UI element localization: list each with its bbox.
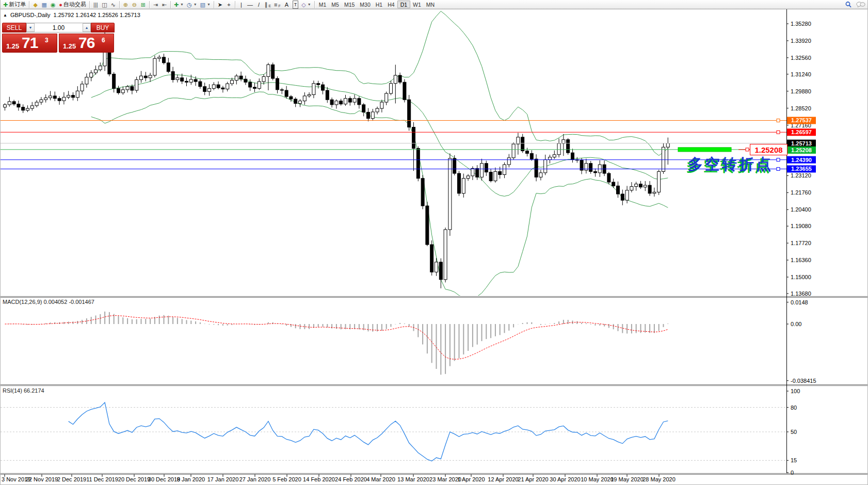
timeframe-h4-button[interactable]: H4 — [385, 1, 397, 8]
date-axis-label: 17 Jan 2020 — [207, 476, 239, 482]
one-click-trading-panel: SELL ▼ 1.00 ▲ BUY 1.25 71 3 1.25 76 6 — [2, 23, 115, 53]
candlestick-chart-button[interactable]: ◫ — [100, 1, 109, 9]
timeframe-w1-button[interactable]: W1 — [410, 1, 424, 8]
date-axis-label: 28 May 2020 — [642, 476, 676, 482]
chart-window-button[interactable]: ▦ — [40, 1, 49, 9]
cursor-button[interactable]: ➤ — [216, 1, 224, 9]
chat-icon[interactable] — [856, 1, 865, 8]
date-axis-label: 11 Dec 2019 — [86, 476, 118, 482]
bar-chart-button[interactable]: ||| — [91, 1, 100, 9]
candlesticks — [4, 11, 670, 298]
date-axis-label: 1 Apr 2020 — [457, 476, 485, 482]
timeframe-mn-button[interactable]: MN — [424, 1, 437, 8]
timeframe-m1-button[interactable]: M1 — [316, 1, 329, 8]
support-zone-rectangle[interactable] — [678, 148, 731, 152]
price-callout-label[interactable]: 1.25208 — [750, 144, 787, 155]
macd-plot — [5, 312, 668, 375]
turning-point-annotation[interactable]: 多空转折点 — [688, 154, 773, 175]
date-axis-label: 20 Dec 2019 — [118, 476, 150, 482]
date-axis-label: 22 Nov 2019 — [26, 476, 58, 482]
templates-button[interactable]: ▧▼ — [199, 1, 212, 9]
date-axis-label: 19 May 2020 — [610, 476, 644, 482]
text-label-button[interactable]: T — [291, 1, 300, 9]
rsi-plot — [1, 402, 786, 461]
zoom-in-button[interactable]: ⊕ — [121, 1, 130, 9]
new-order-button[interactable]: ✚新订单 — [2, 1, 27, 9]
buy-price-prefix: 1.25 — [63, 42, 76, 50]
svg-text:1.27537: 1.27537 — [791, 117, 812, 123]
volume-field: ▼ 1.00 ▲ — [26, 23, 91, 33]
timeframe-m30-button[interactable]: M30 — [357, 1, 373, 8]
macd-indicator-label: MACD(12,26,9) 0.004052 -0.001467 — [3, 299, 94, 305]
vertical-line-button[interactable]: | — [237, 1, 246, 9]
date-axis-label: 8 Jan 2020 — [177, 476, 205, 482]
date-axis-label: 10 May 2020 — [581, 476, 614, 482]
sell-price-display[interactable]: 1.25 71 3 — [2, 34, 57, 53]
crosshair-button[interactable]: + — [224, 1, 233, 9]
eraser-button[interactable]: ◆ — [31, 1, 40, 9]
rsi-axis-label: 15 — [791, 457, 797, 463]
date-axis-label: 14 Feb 2020 — [303, 476, 335, 482]
volume-increase-button[interactable]: ▲ — [83, 23, 91, 32]
volume-decrease-button[interactable]: ▼ — [26, 23, 35, 32]
macd-axis-label: 0.0148 — [791, 299, 808, 305]
arrows-button[interactable]: ◇▼ — [300, 1, 312, 9]
mt4-terminal-window: ✚新订单◆▦◉●自动交易|||◫∿⊕⊖⊞⇥⇤✚▼◷▼▧▼➤+|—/∥E≡FAT◇… — [0, 0, 868, 485]
date-axis-label: 2 Dec 2019 — [57, 476, 86, 482]
date-axis-label: 30 Dec 2019 — [148, 476, 180, 482]
timeframe-m5-button[interactable]: M5 — [329, 1, 342, 8]
auto-scroll-button[interactable]: ⇥ — [151, 1, 160, 9]
horizontal-line-button[interactable]: — — [246, 1, 254, 9]
buy-price-pips: 76 — [78, 34, 94, 52]
callout-anchor[interactable] — [746, 148, 749, 151]
date-axis-label: 23 Mar 2020 — [429, 476, 461, 482]
periods-button[interactable]: ◷▼ — [185, 1, 199, 9]
line-handle[interactable] — [777, 158, 780, 161]
signal-button[interactable]: ◉ — [49, 1, 57, 9]
buy-price-display[interactable]: 1.25 76 6 — [59, 34, 114, 53]
date-axis-label: 4 Mar 2020 — [366, 476, 395, 482]
rsi-axis-label: 50 — [791, 429, 797, 435]
date-axis-label: 5 Feb 2020 — [272, 476, 301, 482]
svg-text:1.25713: 1.25713 — [791, 140, 812, 147]
fibonacci-button[interactable]: ≡F — [272, 1, 282, 9]
search-icon[interactable] — [845, 1, 852, 8]
line-handle[interactable] — [777, 131, 780, 134]
svg-text:1.25208: 1.25208 — [791, 147, 812, 153]
price-axis[interactable] — [786, 9, 868, 473]
date-axis-label: 12 Apr 2020 — [488, 476, 518, 482]
rsi-axis-label: 80 — [791, 405, 797, 411]
symbol-info-line: ▲ GBPUSD-,Daily 1.25792 1.26142 1.25526 … — [3, 12, 140, 18]
chart-shift-button[interactable]: ⇤ — [160, 1, 169, 9]
symbol-ohlc-values: 1.25792 1.26142 1.25526 1.25713 — [54, 12, 140, 18]
rsi-axis-label: 100 — [791, 388, 800, 394]
macd-axis-label: -0.038415 — [791, 378, 816, 384]
zoom-out-button[interactable]: ⊖ — [130, 1, 139, 9]
indicators-button[interactable]: ✚▼ — [172, 1, 185, 9]
text-button[interactable]: A — [282, 1, 291, 9]
line-handle[interactable] — [777, 119, 780, 122]
buy-button[interactable]: BUY — [91, 23, 115, 33]
chart-canvas[interactable]: 1.352801.339201.325601.312401.298801.285… — [1, 0, 868, 485]
rsi-axis-label: 0 — [791, 470, 794, 476]
equidistant-channel-button[interactable]: ∥E — [263, 1, 272, 9]
trendline-button[interactable]: / — [254, 1, 263, 9]
autotrade-button[interactable]: ●自动交易 — [57, 1, 88, 9]
svg-text:1.23655: 1.23655 — [791, 166, 812, 172]
macd-axis-label: 0.00 — [791, 321, 801, 327]
rsi-indicator-label: RSI(14) 66.2174 — [3, 387, 44, 394]
date-axis-label: 27 Jan 2020 — [239, 476, 271, 482]
one-click-collapse-icon[interactable]: ▲ — [3, 13, 7, 18]
timeframe-d1-button[interactable]: D1 — [397, 1, 410, 8]
line-chart-button[interactable]: ∿ — [109, 1, 118, 9]
tile-windows-button[interactable]: ⊞ — [139, 1, 148, 9]
volume-value[interactable]: 1.00 — [35, 23, 83, 32]
sell-button[interactable]: SELL — [2, 23, 26, 33]
timeframe-m15-button[interactable]: M15 — [342, 1, 357, 8]
sell-price-point: 3 — [45, 37, 49, 44]
symbol-name: GBPUSD-,Daily — [10, 12, 51, 18]
line-handle[interactable] — [777, 167, 780, 170]
main-toolbar: ✚新订单◆▦◉●自动交易|||◫∿⊕⊖⊞⇥⇤✚▼◷▼▧▼➤+|—/∥E≡FAT◇… — [1, 0, 868, 9]
sell-price-prefix: 1.25 — [6, 42, 19, 50]
timeframe-h1-button[interactable]: H1 — [373, 1, 385, 8]
